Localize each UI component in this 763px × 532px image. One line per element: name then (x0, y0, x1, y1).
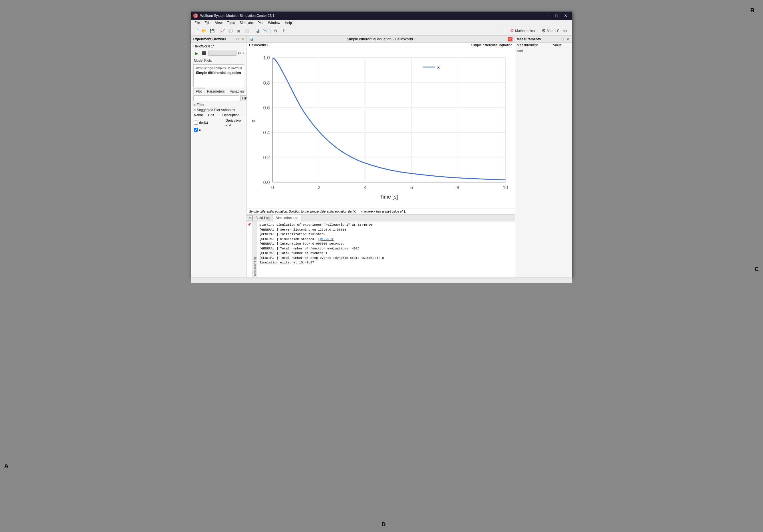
pin-icon[interactable]: 📌 (247, 222, 251, 226)
log-line-8: [GENERAL ] Total number of step events (… (260, 256, 512, 261)
svg-text:8: 8 (457, 185, 459, 190)
corner-label-a: A (4, 463, 8, 469)
menu-tools[interactable]: Tools (225, 20, 237, 26)
plot-subtitle-right: Simple differential equation (471, 43, 512, 47)
float-browser-button[interactable]: ⬡ (235, 37, 240, 42)
menu-help[interactable]: Help (282, 20, 294, 26)
refresh-icon[interactable]: ↻ (238, 51, 241, 55)
measurements-col-header: Measurement Value (515, 43, 572, 48)
simulation-controls: ▶ ⬛ ↻ » (192, 49, 245, 57)
play-button[interactable]: ▶ (193, 50, 200, 56)
save-button[interactable]: 💾 (208, 27, 216, 35)
main-window: 🐺 Wolfram System Modeler Simulation Cent… (191, 11, 572, 277)
log-side-label: Simulation Log (253, 222, 257, 277)
experiment-browser-content: HelloWorld 1* ▶ ⬛ ↻ » Model Plots Introd… (191, 43, 247, 277)
close-browser-button[interactable]: ✕ (240, 37, 245, 42)
settings-button[interactable]: ⚙ (272, 27, 279, 35)
variables-table-header: Name Unit Description (192, 113, 245, 118)
svg-text:x: x (250, 120, 256, 122)
tab-simulation-log[interactable]: Simulation Log (273, 215, 301, 222)
measurements-header: Measurements ⬡ ✕ (515, 36, 572, 43)
model-center-button[interactable]: ⚙ Model Center (539, 28, 570, 34)
plot-button[interactable]: 📈 (219, 27, 226, 35)
close-button[interactable]: ✕ (562, 13, 570, 19)
float-measurements-button[interactable]: ⬡ (561, 37, 565, 42)
plot-header: 📊 Simple differential equation - HelloWo… (247, 36, 515, 43)
svg-text:4: 4 (364, 185, 367, 190)
find-button[interactable]: Find (240, 95, 247, 101)
separator-3 (270, 28, 271, 34)
measurements-panel: Measurements ⬡ ✕ Measurement Value Add..… (515, 36, 572, 277)
chart-svg: 1.0 0.8 0.6 0.4 0.2 0.0 x 0 2 4 (249, 50, 512, 206)
corner-label-b: B (750, 7, 754, 14)
col-header-description: Description (223, 113, 244, 117)
var-x-checkbox[interactable] (194, 128, 198, 132)
chart2-button[interactable]: 📉 (262, 27, 269, 35)
panel-header-actions: ⬡ ✕ (235, 37, 245, 42)
info-button[interactable]: ℹ (280, 27, 287, 35)
menu-view[interactable]: View (213, 20, 225, 26)
menu-plot[interactable]: Plot (255, 20, 266, 26)
search-input[interactable] (193, 95, 239, 101)
suggested-vars-header[interactable]: ⊖ Suggested Plot Variables (192, 107, 245, 113)
experiment-name: HelloWorld 1* (192, 44, 245, 49)
chart-button[interactable]: 📊 (253, 27, 261, 35)
svg-text:0.8: 0.8 (264, 80, 270, 85)
tab-variables[interactable]: Variables (227, 88, 247, 94)
more-options-icon[interactable]: » (242, 51, 244, 55)
log-line-4: [GENERAL ] Simulation stopped. [@10.0 s] (260, 237, 512, 242)
plot-item-differential[interactable]: Simple differential equation (195, 70, 243, 75)
svg-text:0: 0 (272, 185, 274, 190)
menu-window[interactable]: Window (266, 20, 282, 26)
new-button[interactable]: 📄 (192, 27, 200, 35)
log-content: Starting simulation of experiment "Hello… (257, 222, 515, 277)
filter-header[interactable]: ⊕ Filter (192, 102, 245, 107)
close-measurements-button[interactable]: ✕ (566, 37, 570, 42)
svg-text:1.0: 1.0 (264, 55, 270, 60)
menubar: File Edit View Tools Simulate Plot Windo… (191, 20, 572, 26)
suggested-collapse-icon: ⊖ (193, 109, 196, 112)
status-bar (191, 277, 572, 283)
svg-text:0.2: 0.2 (264, 155, 270, 160)
open-button[interactable]: 📂 (200, 27, 208, 35)
log-header: ✕ Build Log Simulation Log (247, 215, 515, 222)
chart-area-wrapper: 1.0 0.8 0.6 0.4 0.2 0.0 x 0 2 4 (247, 48, 515, 214)
split-button[interactable]: ⬜ (243, 27, 250, 35)
measurements-add[interactable]: Add... (515, 48, 572, 54)
corner-label-d: D (382, 521, 385, 528)
toolbar-section: 📄 📂 💾 📈 🕐 ⊞ ⬜ 📊 📉 ⚙ ℹ ⚙ Mathematica (191, 26, 572, 36)
svg-text:Time [s]: Time [s] (380, 194, 398, 200)
plot-title: Simple differential equation - HelloWorl… (255, 37, 508, 41)
simulation-stop-link[interactable]: @10.0 s (320, 237, 333, 241)
model-center-icon: ⚙ (542, 28, 546, 34)
log-close-button[interactable]: ✕ (247, 215, 253, 221)
chart-caption: Simple differential equation. Solution t… (247, 208, 515, 214)
layout-button[interactable]: ⊞ (235, 27, 242, 35)
tab-build-log[interactable]: Build Log (253, 215, 273, 222)
maximize-button[interactable]: □ (553, 13, 561, 19)
stop-button[interactable]: ⬛ (201, 50, 207, 56)
menu-file[interactable]: File (192, 20, 202, 26)
top-right-buttons: ⚙ Mathematica ⚙ Model Center (505, 26, 572, 36)
plot-window-icon: 📊 (249, 37, 254, 41)
tab-plot[interactable]: Plot (193, 88, 204, 94)
mathematica-label: Mathematica (515, 29, 535, 33)
titlebar: 🐺 Wolfram System Modeler Simulation Cent… (191, 12, 572, 20)
app-icon: 🐺 (193, 13, 198, 18)
svg-rect-0 (272, 58, 505, 182)
menu-simulate[interactable]: Simulate (237, 20, 255, 26)
filter-label: Filter (197, 103, 204, 107)
tab-parameters[interactable]: Parameters (204, 88, 227, 94)
log-line-6: [GENERAL ] Total number of function eval… (260, 246, 512, 251)
model-plots-label: Model Plots (192, 57, 245, 63)
close-plot-button[interactable]: ✕ (508, 37, 512, 42)
experiment-browser-header: Experiment Browser ⬡ ✕ (191, 36, 247, 43)
minimize-button[interactable]: − (543, 13, 551, 19)
mathematica-button[interactable]: ⚙ Mathematica (508, 28, 537, 34)
toolbar: 📄 📂 💾 📈 🕐 ⊞ ⬜ 📊 📉 ⚙ ℹ (191, 26, 505, 36)
history-button[interactable]: 🕐 (227, 27, 234, 35)
menu-edit[interactable]: Edit (202, 20, 213, 26)
var-x-name: x (199, 128, 211, 132)
model-center-label: Model Center (547, 29, 567, 33)
var-derx-checkbox[interactable] (194, 121, 198, 125)
